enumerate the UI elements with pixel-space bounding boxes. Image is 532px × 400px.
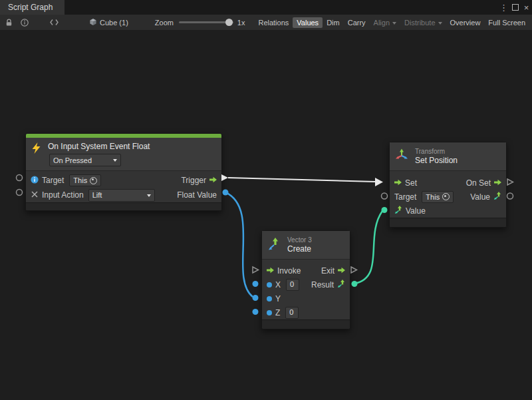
transform-value-out-port[interactable] <box>507 193 513 199</box>
graph-canvas[interactable]: On Input System Event Float On Pressed T… <box>0 30 532 400</box>
float-port-icon <box>267 282 272 288</box>
vector3-z-in-port[interactable] <box>253 309 259 315</box>
event-mode-dropdown[interactable]: On Pressed <box>49 154 121 166</box>
kebab-menu-icon[interactable]: ⋮ <box>498 0 509 15</box>
info-icon[interactable] <box>21 19 29 27</box>
vector3-exit-label: Exit <box>321 266 334 276</box>
transform-type-label: Transform <box>415 148 458 156</box>
node-vector3-create[interactable]: Vector 3 Create Invoke Exit <box>261 230 350 329</box>
object-picker-icon <box>442 193 450 200</box>
event-node-footer <box>26 202 221 210</box>
vector3-result-out-port[interactable] <box>352 281 358 287</box>
input-action-dropdown[interactable]: Lift <box>88 189 155 202</box>
vector3-x-in-port[interactable] <box>253 281 259 287</box>
code-icon[interactable] <box>50 19 59 26</box>
object-picker-icon <box>90 177 97 184</box>
transform-value-in-row: Value <box>390 204 506 218</box>
event-input-action-label: Input Action <box>42 190 84 200</box>
vector3-node-header: Vector 3 Create <box>262 231 350 260</box>
flow-arrow-icon <box>394 178 402 188</box>
titlebar-spacer <box>65 0 498 15</box>
vector3-invoke-in-port[interactable] <box>253 267 259 273</box>
x-value-field[interactable]: 0 <box>286 279 299 291</box>
event-target-this-value: This <box>73 176 87 184</box>
event-trigger-out-port[interactable] <box>221 174 228 181</box>
flow-arrow-icon <box>267 266 274 276</box>
close-icon[interactable]: × <box>521 0 532 15</box>
transform-on-set-label: On Set <box>466 178 491 188</box>
tab-script-graph[interactable]: Script Graph <box>0 0 65 15</box>
zoom-label: Zoom <box>155 19 174 27</box>
event-node-header: On Input System Event Float On Pressed <box>26 138 221 171</box>
node-on-input-system-event-float[interactable]: On Input System Event Float On Pressed T… <box>25 133 222 211</box>
node-transform-set-position[interactable]: Transform Set Position Set On Set <box>389 142 507 228</box>
transform-target-this-chip[interactable]: This <box>422 191 454 203</box>
relations-button[interactable]: Relations <box>254 17 293 28</box>
dim-button[interactable]: Dim <box>323 17 344 28</box>
graph-target[interactable]: Cube (1) <box>89 18 128 27</box>
transform-set-label: Set <box>405 178 417 188</box>
event-node-body: Target This Trigger <box>26 171 221 202</box>
vector3-exit-out-port[interactable] <box>351 267 357 273</box>
event-target-this-chip[interactable]: This <box>69 174 101 186</box>
wire-flow-trigger-to-set[interactable] <box>228 178 375 182</box>
transform-value-in-port[interactable] <box>382 207 388 213</box>
vector3-mini-icon <box>337 280 345 290</box>
vector3-invoke-row: Invoke Exit <box>262 264 350 278</box>
transform-set-row: Set On Set <box>390 176 506 190</box>
vector3-node-footer <box>262 319 350 329</box>
transform-target-in-port[interactable] <box>382 193 388 199</box>
zoom-slider-knob[interactable] <box>225 19 233 26</box>
event-float-value-out-port[interactable] <box>223 190 229 196</box>
align-label: Align <box>374 19 390 27</box>
transform-target-label: Target <box>394 192 416 202</box>
event-float-value-label: Float Value <box>177 190 217 200</box>
input-action-icon <box>31 190 39 200</box>
vector3-icon <box>267 237 281 250</box>
transform-target-row: Target This Value <box>390 190 506 204</box>
vector3-x-label: X <box>275 280 281 290</box>
flow-arrow-icon <box>494 178 501 188</box>
distribute-button[interactable]: Distribute <box>400 17 446 28</box>
transform-on-set-out-port[interactable] <box>507 179 513 185</box>
transform-node-footer <box>390 218 506 227</box>
float-port-icon <box>267 296 272 301</box>
lightning-icon <box>31 142 41 154</box>
graph-toolbar: Cube (1) Zoom 1x Relations Values Dim Ca… <box>0 15 532 31</box>
overview-button[interactable]: Overview <box>446 17 485 28</box>
carry-button[interactable]: Carry <box>344 17 370 28</box>
vector3-type-label: Vector 3 <box>287 236 312 244</box>
maximize-box <box>512 4 519 11</box>
flow-arrow-icon <box>209 176 217 185</box>
align-button[interactable]: Align <box>370 17 400 28</box>
input-action-value: Lift <box>92 191 102 199</box>
wire-float-value-to-y[interactable] <box>225 192 253 297</box>
transform-value-out-label: Value <box>470 192 490 202</box>
z-value-field[interactable]: 0 <box>285 307 299 319</box>
transform-value-in-label: Value <box>406 206 426 216</box>
values-button[interactable]: Values <box>293 17 323 28</box>
vector3-z-row: Z 0 <box>262 305 350 319</box>
vector3-z-label: Z <box>275 308 280 317</box>
lock-icon[interactable] <box>5 19 13 27</box>
event-target-in-port[interactable] <box>17 175 23 181</box>
vector3-y-in-port[interactable] <box>253 295 259 301</box>
wire-result-to-value[interactable] <box>354 211 382 284</box>
vector3-y-label: Y <box>275 294 281 303</box>
vector3-mini-icon <box>493 192 501 202</box>
zoom-slider[interactable] <box>179 21 233 23</box>
fullscreen-button[interactable]: Full Screen <box>484 17 529 28</box>
event-node-title: On Input System Event Float <box>48 142 150 151</box>
maximize-icon[interactable] <box>509 0 521 15</box>
event-target-row: Target This Trigger <box>26 173 221 188</box>
transform-target-this-value: This <box>426 193 440 201</box>
chevron-down-icon <box>113 159 117 164</box>
zoom-value: 1x <box>237 19 245 27</box>
vector3-invoke-label: Invoke <box>277 266 301 276</box>
chevron-down-icon <box>438 22 442 27</box>
transform-set-in-port[interactable] <box>375 178 383 186</box>
transform-node-header: Transform Set Position <box>390 142 506 171</box>
player-input-icon <box>31 176 39 186</box>
event-input-action-row: Input Action Lift Float Value <box>26 188 221 202</box>
event-input-action-in-port[interactable] <box>17 190 23 196</box>
